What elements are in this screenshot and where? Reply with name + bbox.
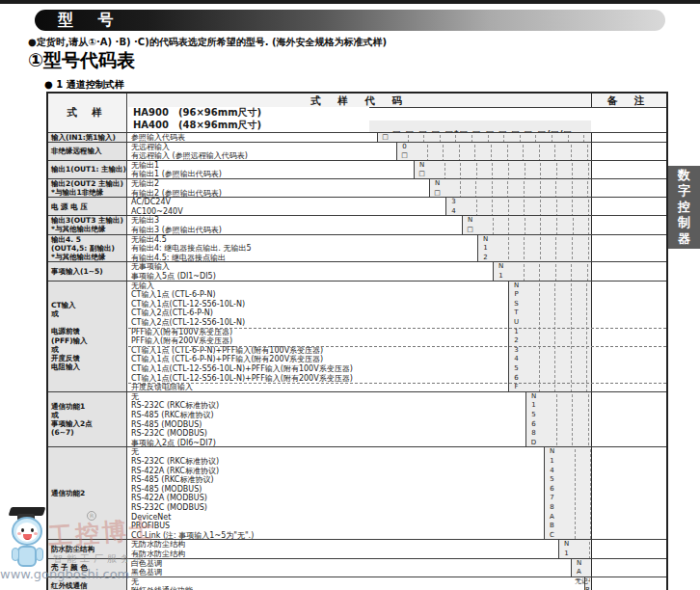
row-code: 6: [545, 485, 559, 495]
code-grid-filler: [392, 133, 591, 142]
dashed-separator: [128, 346, 666, 347]
row-option-line: 附红外线通信功能: [128, 586, 584, 590]
row-option-line: CT输入1点 (CTL-6-P-N): [128, 290, 508, 300]
catalog-page: 型 号 ●定货时,请从①·A) ·B) ·C)的代码表选定所希望的型号. (海外…: [0, 0, 700, 590]
row-option-line: CT输入2点(CTL-6-P-N): [128, 308, 508, 318]
row-option-line: 无: [128, 447, 544, 457]
row-code: 6: [526, 420, 541, 430]
table-row: 输出3(OUT3 主输出) *与其他输出绝缘无输出3有输出3 (参照输出代码表)…: [48, 215, 666, 233]
row-option-line: 无: [128, 577, 584, 587]
row-options: 无RS-232C (RKC标准协议)RS-422A (RKC标准协议)RS-48…: [128, 447, 544, 539]
code-grid-filler: [477, 216, 591, 233]
row-option-line: CT输入2点(CTL-12-S56-10L-N): [128, 318, 508, 328]
remarks-cell: [591, 133, 666, 142]
row-option-line: RS-485 (MODBUS): [128, 485, 544, 495]
row-code-column: N1: [493, 262, 508, 280]
table-row: 输出1(OUT1: 主输出)无输出1有输出1 (参照输出代码表)N□: [48, 160, 666, 178]
row-label: 输出1(OUT1: 主输出): [48, 161, 127, 178]
table-row: 壳 子 颜 色白色基调黑色基调NA: [48, 558, 666, 577]
row-option-line: DeviceNet: [128, 513, 544, 523]
row-code: 3: [509, 346, 524, 356]
row-option-line: CT输入1点 (CTL-6-P-N)+PFF输入(附有200V系变压器): [128, 355, 508, 364]
row-code: U: [509, 318, 524, 328]
row-code: 3: [446, 198, 461, 207]
row-code: N: [572, 559, 586, 569]
code-grid-filler: [493, 235, 591, 262]
row-option-line: 无: [128, 392, 525, 402]
row-option-line: 无输出4.5: [128, 235, 477, 245]
top-bar: [0, 0, 700, 4]
code-grid-filler: [541, 392, 591, 447]
row-option-line: RS-485 (RKC标准协议): [128, 475, 544, 485]
spec-code-header-cell: 式 样 代 码: [128, 94, 591, 107]
row-code: S: [509, 300, 524, 309]
row-option-line: 无事项输入: [128, 262, 493, 272]
row-code-column: □: [377, 133, 392, 142]
code-grid-filler: [412, 143, 591, 160]
row-code-column: N□: [462, 216, 477, 233]
remarks-cell: [591, 540, 666, 557]
row-code-column: N12: [477, 235, 493, 262]
row-code: 7: [545, 494, 559, 503]
row-code: A: [545, 513, 559, 523]
remarks-cell: [591, 198, 666, 215]
row-option-line: CT输入1点(CTL-12-S56-10L-N)+PFF输入(附有200V系变压…: [128, 374, 508, 384]
row-option-line: 无防水防尘结构: [128, 540, 558, 550]
row-code: N: [509, 282, 524, 291]
dashed-separator: [128, 383, 666, 384]
table-row: 输出4. 5 (OUT4,5: 副输出) *与其他输出绝缘无输出4.5有输出4:…: [48, 234, 666, 262]
row-code: N: [430, 179, 444, 189]
row-option-line: RS-232C (RKC标准协议): [128, 457, 544, 467]
row-options: 无事项输入事项输入5点 (DI1~DI5): [128, 262, 493, 280]
remarks-cell: [591, 179, 666, 197]
remarks-header-cell: 备 注: [591, 94, 666, 107]
spec-header-cell: 式 样: [48, 94, 127, 132]
row-code: 2: [509, 336, 524, 346]
page-title-banner: 型 号: [35, 10, 665, 31]
row-label: 防水防尘结构: [48, 540, 127, 557]
row-code: B: [545, 522, 559, 531]
remarks-cell: [591, 262, 666, 280]
row-option-line: PROFIBUS: [128, 522, 544, 531]
table-row: 通信功能2无RS-232C (RKC标准协议)RS-422A (RKC标准协议)…: [48, 446, 666, 539]
row-option-line: RS-422A (RKC标准协议): [128, 467, 544, 476]
row-code: 1: [509, 328, 524, 337]
row-option-line: 白色基调: [128, 559, 571, 569]
row-options: 无RS-232C (RKC标准协议)RS-485 (RKC标准协议)RS-485…: [128, 392, 525, 447]
remarks-cell: [591, 143, 666, 160]
row-code: 8: [526, 429, 541, 439]
row-code: N: [463, 216, 477, 226]
row-label: CT输入 或 电源前馈 (PFF)输入 或 开度反馈 电阻输入: [48, 282, 127, 391]
row-code: 无记号: [556, 577, 595, 587]
row-option-line: RS-232C (MODBUS): [128, 503, 544, 513]
row-code-column: N1568D: [525, 392, 541, 447]
side-tab-digital-controller: 数字控制器: [668, 166, 700, 249]
row-options: 白色基调黑色基调: [128, 559, 571, 577]
row-options: 无输出2有输出2 (参照输出代码表): [128, 179, 429, 197]
row-option-line: RS-232C (RKC标准协议): [128, 401, 525, 411]
row-label: 输出3(OUT3 主输出) *与其他输出绝缘: [48, 216, 127, 233]
row-code-column: NA: [571, 559, 586, 577]
code-grid-filler: [559, 447, 591, 539]
row-label: 输出4. 5 (OUT4,5: 副输出) *与其他输出绝缘: [48, 235, 127, 262]
row-option-line: CT输入1点(CTL-12-S56-10L-N): [128, 300, 508, 309]
row-code: 1: [545, 457, 559, 467]
row-code: T: [509, 308, 524, 318]
row-option-line: RS-232C (MODBUS): [128, 429, 525, 439]
side-tab-char: 数: [678, 168, 690, 184]
row-options: 无输出3有输出3 (参照输出代码表): [128, 216, 462, 233]
row-option-line: 无输入: [128, 282, 508, 291]
row-code: N: [478, 235, 493, 245]
page-title: 型 号: [35, 11, 123, 31]
row-label: 通信功能2: [48, 447, 127, 539]
row-option-line: 无远程输入: [128, 143, 396, 152]
model-name-ha400: HA400 (48×96mm尺寸): [128, 120, 369, 132]
row-code: N: [494, 262, 508, 272]
row-option-line: CT输入1点 (CTL-6-P-N)+PFF输入(附有100V系变压器): [128, 346, 508, 356]
row-code-column: N□: [414, 161, 429, 178]
row-option-line: RS-485 (RKC标准协议): [128, 411, 525, 420]
row-code: 1: [478, 244, 493, 254]
row-option-line: RS-485 (MODBUS): [128, 420, 525, 430]
intro-note: ●定货时,请从①·A) ·B) ·C)的代码表选定所希望的型号. (海外安全规格…: [28, 36, 387, 49]
code-grid-filler: [574, 540, 591, 557]
